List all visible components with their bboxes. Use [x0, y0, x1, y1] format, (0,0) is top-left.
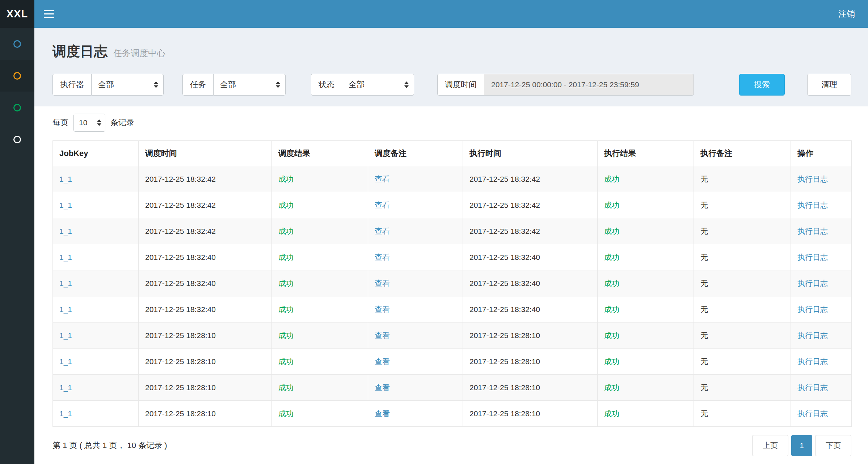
- table-cell: 成功: [598, 166, 694, 192]
- jobkey-link[interactable]: 1_1: [59, 227, 72, 235]
- column-header: 调度备注: [368, 141, 463, 166]
- schedule-remark-link[interactable]: 查看: [375, 253, 390, 261]
- page-subtitle: 任务调度中心: [113, 48, 165, 58]
- log-table-body: 1_12017-12-25 18:32:42成功查看2017-12-25 18:…: [53, 166, 852, 427]
- page-size-select[interactable]: 10: [73, 114, 105, 132]
- page-size-suffix-label: 条记录: [110, 117, 134, 128]
- hamburger-icon: [44, 17, 54, 18]
- navbar-spacer: [63, 0, 825, 28]
- schedule-remark-link[interactable]: 查看: [375, 331, 390, 339]
- next-page-button[interactable]: 下页: [815, 435, 851, 456]
- exec-remark-cell: 无: [694, 349, 791, 375]
- exec-remark-cell: 无: [694, 375, 791, 401]
- jobkey-link[interactable]: 1_1: [59, 357, 72, 366]
- table-cell: 成功: [272, 375, 368, 401]
- exec-remark-cell: 无: [694, 166, 791, 192]
- jobkey-link[interactable]: 1_1: [59, 201, 72, 209]
- page-header: 调度日志任务调度中心: [34, 28, 868, 61]
- job-filter-label: 任务: [182, 74, 213, 96]
- exec-log-link[interactable]: 执行日志: [797, 331, 828, 339]
- exec-log-link[interactable]: 执行日志: [797, 253, 828, 261]
- schedule-result: 成功: [278, 331, 294, 339]
- sidebar-item-2[interactable]: [0, 60, 34, 92]
- exec-time-cell: 2017-12-25 18:28:10: [463, 375, 598, 401]
- page-1-button[interactable]: 1: [791, 435, 812, 456]
- search-button[interactable]: 搜索: [739, 74, 785, 96]
- jobkey-link[interactable]: 1_1: [59, 383, 72, 392]
- status-filter-label: 状态: [311, 74, 342, 96]
- table-cell: 执行日志: [791, 375, 852, 401]
- schedule-time-range-input[interactable]: [484, 74, 694, 96]
- job-select[interactable]: 全部: [213, 74, 286, 96]
- table-cell: 成功: [272, 166, 368, 192]
- table-cell: 查看: [368, 218, 463, 244]
- sidebar: [0, 28, 34, 464]
- table-cell: 查看: [368, 166, 463, 192]
- schedule-result: 成功: [278, 305, 294, 313]
- exec-log-link[interactable]: 执行日志: [797, 383, 828, 392]
- table-cell: 执行日志: [791, 192, 852, 218]
- exec-time-cell: 2017-12-25 18:32:42: [463, 218, 598, 244]
- table-row: 1_12017-12-25 18:28:10成功查看2017-12-25 18:…: [53, 401, 852, 427]
- exec-log-link[interactable]: 执行日志: [797, 409, 828, 418]
- job-select-value: 全部: [220, 79, 236, 90]
- exec-log-link[interactable]: 执行日志: [797, 305, 828, 313]
- sidebar-item-3[interactable]: [0, 92, 34, 123]
- schedule-result: 成功: [278, 253, 294, 261]
- circle-outline-icon: [13, 104, 21, 111]
- clear-button[interactable]: 清理: [807, 74, 851, 96]
- exec-time-cell: 2017-12-25 18:28:10: [463, 401, 598, 427]
- exec-time-cell: 2017-12-25 18:32:40: [463, 244, 598, 270]
- exec-log-link[interactable]: 执行日志: [797, 201, 828, 209]
- logout-link[interactable]: 注销: [825, 0, 868, 28]
- table-cell: 1_1: [53, 349, 139, 375]
- sidebar-toggle-button[interactable]: [34, 0, 63, 28]
- schedule-remark-link[interactable]: 查看: [375, 305, 390, 313]
- schedule-remark-link[interactable]: 查看: [375, 383, 390, 392]
- top-navbar: XXL 注销: [0, 0, 868, 28]
- schedule-remark-link[interactable]: 查看: [375, 175, 390, 183]
- prev-page-button[interactable]: 上页: [752, 435, 788, 456]
- table-cell: 成功: [598, 270, 694, 296]
- jobkey-link[interactable]: 1_1: [59, 331, 72, 339]
- jobkey-link[interactable]: 1_1: [59, 253, 72, 261]
- table-cell: 成功: [598, 322, 694, 349]
- page-size-value: 10: [79, 118, 87, 127]
- table-cell: 1_1: [53, 322, 139, 349]
- jobkey-link[interactable]: 1_1: [59, 305, 72, 313]
- exec-time-cell: 2017-12-25 18:32:40: [463, 270, 598, 296]
- exec-time-cell: 2017-12-25 18:28:10: [463, 322, 598, 349]
- schedule-time-filter: 调度时间: [437, 74, 694, 96]
- executor-select[interactable]: 全部: [91, 74, 164, 96]
- sidebar-item-4[interactable]: [0, 123, 34, 155]
- table-cell: 成功: [598, 244, 694, 270]
- exec-log-link[interactable]: 执行日志: [797, 227, 828, 235]
- schedule-remark-link[interactable]: 查看: [375, 357, 390, 366]
- column-header: 调度时间: [139, 141, 272, 166]
- jobkey-link[interactable]: 1_1: [59, 279, 72, 287]
- exec-log-link[interactable]: 执行日志: [797, 357, 828, 366]
- sidebar-item-1[interactable]: [0, 28, 34, 60]
- table-cell: 1_1: [53, 192, 139, 218]
- jobkey-link[interactable]: 1_1: [59, 409, 72, 418]
- table-cell: 1_1: [53, 296, 139, 322]
- schedule-remark-link[interactable]: 查看: [375, 201, 390, 209]
- schedule-remark-link[interactable]: 查看: [375, 227, 390, 235]
- table-cell: 查看: [368, 401, 463, 427]
- table-cell: 成功: [272, 322, 368, 349]
- column-header: 执行备注: [694, 141, 791, 166]
- status-select[interactable]: 全部: [342, 74, 414, 96]
- table-cell: 成功: [272, 192, 368, 218]
- executor-select-value: 全部: [98, 79, 114, 90]
- schedule-remark-link[interactable]: 查看: [375, 279, 390, 287]
- jobkey-link[interactable]: 1_1: [59, 175, 72, 183]
- exec-remark-cell: 无: [694, 401, 791, 427]
- schedule-remark-link[interactable]: 查看: [375, 409, 390, 418]
- table-row: 1_12017-12-25 18:28:10成功查看2017-12-25 18:…: [53, 375, 852, 401]
- table-cell: 查看: [368, 270, 463, 296]
- schedule-time-cell: 2017-12-25 18:28:10: [139, 401, 272, 427]
- exec-result: 成功: [604, 175, 619, 183]
- exec-log-link[interactable]: 执行日志: [797, 279, 828, 287]
- exec-log-link[interactable]: 执行日志: [797, 175, 828, 183]
- exec-result: 成功: [604, 409, 619, 418]
